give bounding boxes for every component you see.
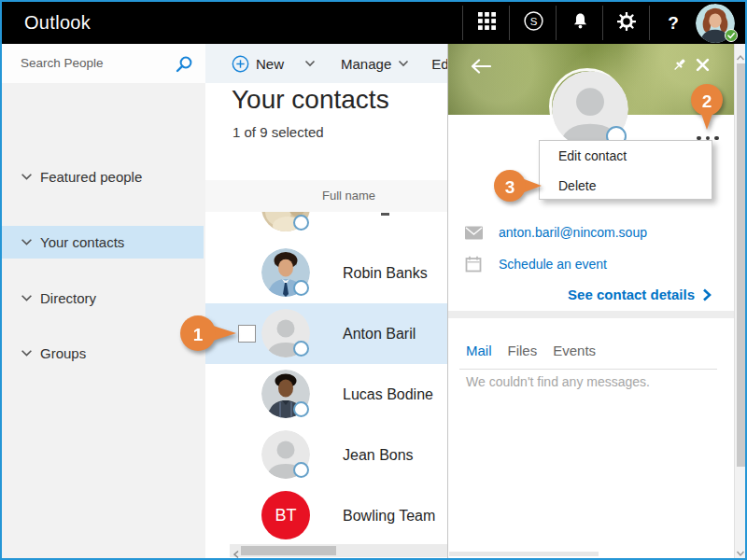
contact-name: Jean Bons <box>343 425 414 485</box>
settings-button[interactable] <box>603 2 650 44</box>
tab-files[interactable]: Files <box>508 343 538 358</box>
horizontal-scrollbar-thumb[interactable] <box>241 546 336 555</box>
sidebar-item-groups[interactable]: Groups <box>2 337 204 370</box>
contacts-toolbar: New Manage Edit <box>205 44 447 83</box>
new-dropdown-button[interactable] <box>303 56 317 71</box>
manage-button[interactable]: Manage <box>341 56 409 72</box>
help-icon: ? <box>668 13 679 34</box>
mail-icon <box>463 226 484 240</box>
skype-button[interactable]: S <box>510 2 557 44</box>
clipped-name-fragment <box>381 213 389 216</box>
chevron-down-icon <box>21 349 33 357</box>
contact-row[interactable]: Jean Bons <box>205 425 447 485</box>
avatar: BT <box>261 491 310 539</box>
tab-events[interactable]: Events <box>553 343 596 358</box>
sidebar-item-directory[interactable]: Directory <box>2 282 204 315</box>
schedule-event-link[interactable]: Schedule an event <box>499 257 607 272</box>
sidebar-item-label: Your contacts <box>40 234 124 250</box>
close-icon <box>696 58 710 72</box>
avatar <box>261 248 310 297</box>
gear-icon <box>617 12 636 35</box>
outlook-window: Outlook S ? <box>0 0 747 560</box>
tabs-divider <box>459 369 717 370</box>
tab-mail[interactable]: Mail <box>466 343 492 358</box>
search-icon <box>175 55 193 74</box>
close-button[interactable] <box>691 54 713 75</box>
section-separator <box>448 311 734 318</box>
vertical-scrollbar-thumb[interactable] <box>737 63 745 467</box>
contact-name: Bowling Team <box>343 485 435 544</box>
contact-row[interactable]: Anton Baril <box>205 303 447 364</box>
manage-button-label: Manage <box>341 56 391 72</box>
presence-indicator <box>293 462 309 478</box>
sidebar-item-your-contacts[interactable]: Your contacts <box>2 226 204 259</box>
pin-button[interactable] <box>669 55 689 74</box>
chevron-down-icon <box>21 294 33 302</box>
help-button[interactable]: ? <box>650 2 697 44</box>
contact-name: Robin Banks <box>343 243 428 303</box>
chevron-down-icon <box>398 60 409 67</box>
chevron-down-icon <box>21 238 33 246</box>
avatar <box>261 370 310 418</box>
contact-details-pane: Edit contactDelete anton.baril@nincom.so… <box>448 44 745 558</box>
plus-circle-icon <box>232 55 249 73</box>
back-button[interactable] <box>467 55 495 77</box>
notifications-button[interactable] <box>557 2 603 44</box>
selection-status: 1 of 9 selected <box>233 124 324 140</box>
sidebar-item-label: Featured people <box>40 169 142 185</box>
folders-sidebar: Search People Featured peopleYour contac… <box>2 44 205 558</box>
search-button[interactable] <box>172 53 196 75</box>
contact-name: Anton Baril <box>343 303 416 364</box>
back-arrow-icon <box>471 59 491 74</box>
search-input[interactable]: Search People <box>21 44 104 83</box>
pane-title: Your contacts <box>232 85 389 115</box>
sidebar-item-featured-people[interactable]: Featured people <box>2 161 204 193</box>
app-launcher-button[interactable] <box>463 2 510 44</box>
presence-indicator <box>293 401 309 417</box>
vertical-scrollbar[interactable] <box>734 44 745 558</box>
svg-text:S: S <box>529 16 537 27</box>
sidebar-item-label: Directory <box>40 290 96 306</box>
initials-avatar: BT <box>261 491 310 539</box>
chevron-down-icon <box>21 173 33 181</box>
app-launcher-icon <box>478 12 496 34</box>
pin-icon <box>671 57 687 73</box>
new-button-label: New <box>256 56 284 72</box>
see-contact-details-link[interactable]: See contact details <box>568 287 712 302</box>
horizontal-scrollbar[interactable] <box>230 544 447 557</box>
email-link[interactable]: anton.baril@nincom.soup <box>499 225 647 240</box>
chevron-right-icon <box>702 288 712 301</box>
sidebar-item-label: Groups <box>40 345 86 361</box>
skype-icon: S <box>523 10 544 35</box>
contact-checkbox[interactable] <box>238 325 256 343</box>
detail-tabs: MailFilesEvents <box>466 343 596 358</box>
schedule-event-row[interactable]: Schedule an event <box>463 251 725 277</box>
details-horizontal-scrollbar[interactable] <box>449 552 599 556</box>
contact-row[interactable]: Robin Banks <box>205 243 447 303</box>
presence-indicator <box>293 280 309 296</box>
see-contact-details-label: See contact details <box>568 287 695 302</box>
email-row[interactable]: anton.baril@nincom.soup <box>463 219 725 245</box>
more-options-menu: Edit contactDelete <box>539 140 712 200</box>
full-name-column-header[interactable]: Full name <box>322 180 375 212</box>
presence-indicator <box>293 341 309 357</box>
menu-item-delete[interactable]: Delete <box>540 171 712 201</box>
scroll-left-arrow-icon[interactable] <box>233 546 240 560</box>
contact-row[interactable]: BTBowling Team <box>205 485 447 544</box>
contact-list: Robin BanksAnton BarilLucas BodineJean B… <box>205 212 447 544</box>
suite-top-bar: Outlook S ? <box>2 2 745 44</box>
new-button[interactable]: New <box>232 55 284 73</box>
app-title: Outlook <box>24 2 91 44</box>
calendar-icon <box>463 256 484 273</box>
avatar <box>261 309 310 357</box>
column-header-row[interactable]: Full name <box>205 180 447 212</box>
contact-row[interactable]: Lucas Bodine <box>205 364 447 425</box>
scroll-down-arrow-icon[interactable] <box>736 544 745 560</box>
menu-item-edit-contact[interactable]: Edit contact <box>540 141 712 171</box>
avatar <box>261 430 310 479</box>
search-people-box[interactable]: Search People <box>2 44 205 83</box>
bell-icon <box>571 12 589 34</box>
contacts-list-pane: New Manage Edit Your contacts 1 of 9 sel… <box>205 44 447 558</box>
contact-row-partial[interactable] <box>261 212 310 231</box>
presence-indicator <box>293 215 309 231</box>
